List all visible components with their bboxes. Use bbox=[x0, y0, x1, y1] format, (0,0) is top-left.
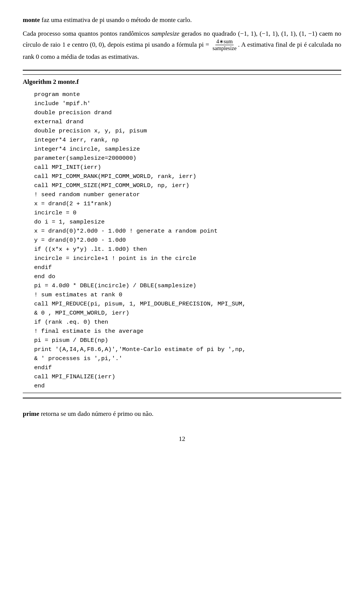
samplesize-italic: samplesize bbox=[152, 30, 180, 37]
code-line: double precision x, y, pi, pisum bbox=[34, 126, 341, 135]
code-line: call MPI_COMM_RANK(MPI_COMM_WORLD, rank,… bbox=[34, 172, 341, 181]
code-line: integer*4 incircle, samplesize bbox=[34, 145, 341, 154]
code-line: x = drand(0)*2.0d0 - 1.0d0 ! generate a … bbox=[34, 227, 341, 236]
algorithm-filename: monte.f bbox=[58, 78, 79, 85]
page-content: monte faz uma estimativa de pi usando o … bbox=[23, 15, 341, 444]
code-line: double precision drand bbox=[34, 108, 341, 117]
code-line: call MPI_REDUCE(pi, pisum, 1, MPI_DOUBLE… bbox=[34, 299, 341, 308]
code-line: integer*4 ierr, rank, np bbox=[34, 135, 341, 145]
code-line: do i = 1, samplesize bbox=[34, 217, 341, 227]
algorithm-top-rule bbox=[23, 74, 341, 75]
code-line: call MPI_INIT(ierr) bbox=[34, 163, 341, 172]
code-line: parameter(samplesize=2000000) bbox=[34, 154, 341, 163]
code-line: ! seed random number generator bbox=[34, 190, 341, 199]
bottom-section: prime retorna se um dado número é primo … bbox=[23, 409, 341, 419]
intro-line2-start: Cada processo soma quantos pontos randôm… bbox=[23, 30, 152, 37]
code-line: call MPI_COMM_SIZE(MPI_COMM_WORLD, np, i… bbox=[34, 181, 341, 190]
code-line: x = drand(2 + 11*rank) bbox=[34, 199, 341, 208]
algorithm-label: Algorithm bbox=[23, 78, 52, 85]
bottom-term-rest: retorna se um dado número é primo ou não… bbox=[39, 410, 153, 417]
page-number: 12 bbox=[23, 434, 341, 444]
prime-term: prime bbox=[23, 410, 39, 417]
algorithm-bottom-rule bbox=[23, 393, 341, 393]
code-line: incircle = 0 bbox=[34, 208, 341, 217]
code-block: program monteinclude 'mpif.h'double prec… bbox=[34, 90, 341, 391]
code-line: call MPI_FINALIZE(ierr) bbox=[34, 372, 341, 381]
code-line: y = drand(0)*2.0d0 - 1.0d0 bbox=[34, 236, 341, 245]
intro-section: monte faz uma estimativa de pi usando o … bbox=[23, 15, 341, 61]
intro-paragraph-1: monte faz uma estimativa de pi usando o … bbox=[23, 15, 341, 25]
monte-term: monte bbox=[23, 16, 40, 24]
algorithm-title: Algorithm 2 monte.f bbox=[23, 77, 341, 87]
code-line: ! sum estimates at rank 0 bbox=[34, 290, 341, 299]
intro-line1-rest: faz uma estimativa de pi usando o método… bbox=[40, 16, 191, 24]
algorithm-number: 2 bbox=[53, 78, 56, 85]
code-line: if ((x*x + y*y) .lt. 1.0d0) then bbox=[34, 245, 341, 254]
code-line: & ' processes is ',pi,'.' bbox=[34, 354, 341, 363]
intro-paragraph-2: Cada processo soma quantos pontos randôm… bbox=[23, 29, 341, 62]
fraction-numerator: 4∗sum bbox=[215, 38, 233, 45]
code-line: endif bbox=[34, 263, 341, 272]
code-line: end do bbox=[34, 272, 341, 281]
code-line: endif bbox=[34, 363, 341, 372]
code-line: if (rank .eq. 0) then bbox=[34, 318, 341, 327]
code-line: print '(A,I4,A,F8.6,A)','Monte-Carlo est… bbox=[34, 345, 341, 354]
fraction-denominator: samplesize bbox=[212, 45, 237, 52]
code-line: pi = 4.0d0 * DBLE(incircle) / DBLE(sampl… bbox=[34, 281, 341, 290]
code-line: include 'mpif.h' bbox=[34, 99, 341, 108]
algorithm-box: Algorithm 2 monte.f program monteinclude… bbox=[23, 70, 341, 398]
bottom-paragraph: prime retorna se um dado número é primo … bbox=[23, 409, 341, 419]
code-line: external drand bbox=[34, 117, 341, 126]
pi-fraction: 4∗sumsamplesize bbox=[212, 38, 237, 52]
code-line: incircle = incircle+1 ! point is in the … bbox=[34, 254, 341, 263]
code-line: pi = pisum / DBLE(np) bbox=[34, 336, 341, 345]
code-line: end bbox=[34, 381, 341, 390]
code-line: program monte bbox=[34, 90, 341, 99]
code-line: ! final estimate is the average bbox=[34, 327, 341, 336]
code-line: & 0 , MPI_COMM_WORLD, ierr) bbox=[34, 308, 341, 318]
formula-label: pi = bbox=[199, 41, 211, 48]
